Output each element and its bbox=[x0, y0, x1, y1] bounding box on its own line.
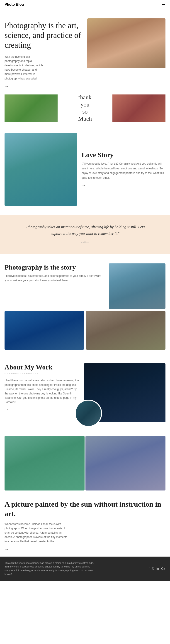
twitter-icon[interactable]: 𝕏 bbox=[152, 567, 154, 570]
love-text: Love Story "All you need is love..." isn… bbox=[82, 151, 166, 188]
brand-logo[interactable]: Photo Blog bbox=[4, 2, 24, 6]
picture-sun-arrow[interactable]: → bbox=[4, 547, 9, 552]
photo-street bbox=[85, 436, 166, 490]
hero-photo bbox=[87, 18, 166, 68]
hero-arrow[interactable]: → bbox=[4, 84, 9, 89]
about-lens-photo bbox=[75, 400, 102, 427]
photo-story-left: Photography is the story I believe in ho… bbox=[4, 264, 104, 282]
photo-story-heading: Photography is the story bbox=[4, 264, 104, 271]
picture-sun-heading: A picture painted by the sun without ins… bbox=[4, 500, 166, 518]
about-decoration: ~~~~~~~~~~~~~~~~ bbox=[4, 372, 79, 376]
linkedin-icon[interactable]: in bbox=[157, 567, 159, 570]
footer-text: Through the years photography has played… bbox=[4, 561, 95, 576]
love-heading: Love Story bbox=[82, 151, 166, 159]
photo-grid: thank you so Much bbox=[0, 94, 170, 126]
grid-thankyou: thank you so Much bbox=[58, 94, 112, 122]
about-right bbox=[84, 363, 166, 422]
about-body: I had these two natural associations whe… bbox=[4, 378, 79, 404]
love-photo bbox=[4, 133, 77, 206]
grid-photo-1 bbox=[4, 94, 58, 122]
footer: Through the years photography has played… bbox=[0, 556, 170, 581]
about-arrow[interactable]: → bbox=[4, 408, 9, 412]
picture-sun-section: A picture painted by the sun without ins… bbox=[0, 493, 170, 556]
photo-story-bottom bbox=[4, 311, 166, 350]
hero-left: Photography is the art, science, and pra… bbox=[4, 18, 83, 89]
love-body: "All you need is love..." isn't it? Cert… bbox=[82, 162, 166, 180]
googleplus-icon[interactable]: G+ bbox=[161, 567, 166, 570]
two-photos-section bbox=[0, 429, 170, 493]
about-left: About My Work ~~~~~~~~~~~~~~~~ I had the… bbox=[4, 363, 79, 412]
photo-story-mountain bbox=[109, 264, 166, 309]
hero-heading: Photography is the art, science, and pra… bbox=[4, 21, 83, 50]
love-story-section: Love Story "All you need is love..." isn… bbox=[0, 126, 170, 212]
quote-section: "Photography takes an instant out of tim… bbox=[0, 215, 170, 254]
grid-photo-2 bbox=[112, 94, 166, 122]
hero-section: Photography is the art, science, and pra… bbox=[0, 9, 170, 94]
menu-icon[interactable]: ☰ bbox=[161, 2, 166, 7]
photo-story-section: Photography is the story I believe in ho… bbox=[0, 256, 170, 356]
navbar: Photo Blog ☰ bbox=[0, 0, 170, 9]
love-arrow[interactable]: → bbox=[82, 183, 86, 187]
about-heading: About My Work bbox=[4, 363, 79, 371]
photo-story-ocean bbox=[4, 311, 84, 350]
photo-story-road bbox=[86, 311, 166, 350]
picture-sun-body: When words become unclear, I shall focus… bbox=[4, 522, 68, 544]
photo-story-top: Photography is the story I believe in ho… bbox=[4, 264, 166, 309]
quote-text: "Photography takes an instant out of tim… bbox=[19, 224, 151, 237]
hero-image-area bbox=[87, 18, 166, 68]
social-icons: f 𝕏 in G+ bbox=[149, 567, 166, 570]
photo-girl-hat bbox=[4, 436, 85, 490]
quote-decoration: ~•~ bbox=[13, 239, 157, 245]
hero-body: With the rise of digital photography and… bbox=[4, 55, 43, 81]
photo-story-body: I believe in honest, adventurous, and co… bbox=[4, 274, 104, 282]
facebook-icon[interactable]: f bbox=[149, 567, 149, 570]
about-work-section: About My Work ~~~~~~~~~~~~~~~~ I had the… bbox=[0, 356, 170, 429]
